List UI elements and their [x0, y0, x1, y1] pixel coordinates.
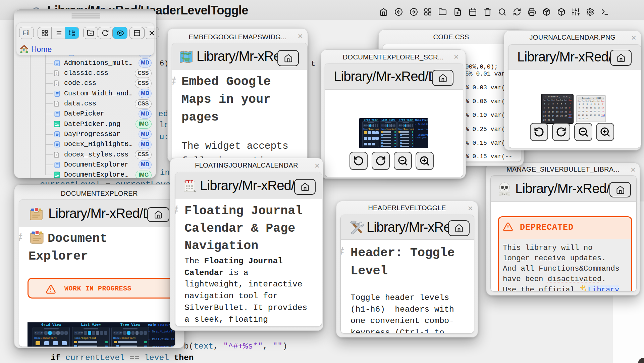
- svg-text:?: ?: [56, 82, 57, 85]
- svg-text:?: ?: [56, 153, 57, 156]
- svg-text:?: ?: [56, 72, 57, 75]
- svg-text:?: ?: [56, 102, 57, 106]
